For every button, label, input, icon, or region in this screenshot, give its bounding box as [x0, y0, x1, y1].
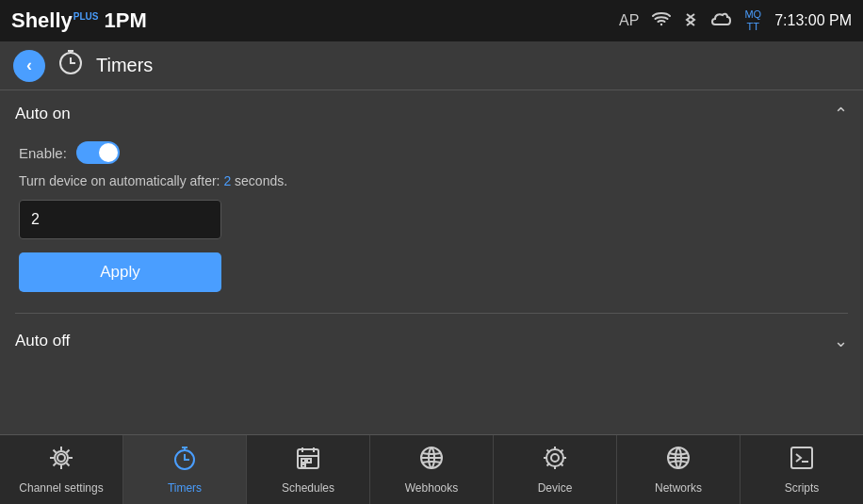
description-value: 2	[223, 173, 231, 188]
networks-icon	[665, 445, 692, 478]
svg-point-4	[57, 454, 65, 462]
header-row: ‹ Timers	[0, 41, 863, 90]
webhooks-icon	[418, 445, 445, 478]
auto-off-chevron-icon: ⌄	[834, 331, 848, 351]
nav-label-schedules: Schedules	[282, 481, 334, 495]
logo: ShellyPLUS 1PM	[11, 8, 147, 33]
enable-toggle[interactable]	[76, 141, 120, 164]
device-icon	[542, 445, 568, 478]
schedules-icon	[295, 445, 321, 478]
nav-item-schedules[interactable]: Schedules	[247, 435, 370, 504]
auto-on-title: Auto on	[15, 105, 71, 123]
logo-text: ShellyPLUS 1PM	[11, 8, 147, 33]
enable-label: Enable:	[19, 145, 67, 161]
auto-on-section-header[interactable]: Auto on ⌃	[15, 90, 848, 134]
svg-rect-14	[307, 459, 311, 463]
top-bar: ShellyPLUS 1PM AP MQ TT 7:13:00 PM	[0, 0, 863, 41]
bluetooth-icon	[684, 10, 697, 31]
nav-item-device[interactable]: Device	[494, 435, 617, 504]
nav-label-webhooks: Webhooks	[405, 481, 458, 495]
toggle-thumb	[99, 143, 118, 162]
timers-nav-icon	[171, 445, 198, 478]
wifi-icon	[652, 11, 671, 30]
clock-time: 7:13:00 PM	[774, 12, 852, 29]
nav-label-networks: Networks	[655, 481, 702, 495]
bottom-nav: Channel settings Timers S	[0, 434, 863, 504]
svg-rect-15	[301, 464, 305, 467]
apply-button[interactable]: Apply	[19, 252, 221, 292]
cloud-icon	[710, 12, 731, 29]
seconds-input[interactable]	[19, 200, 221, 239]
nav-item-timers[interactable]: Timers	[123, 435, 247, 504]
nav-item-channel-settings[interactable]: Channel settings	[0, 435, 123, 504]
nav-item-scripts[interactable]: Scripts	[741, 435, 863, 504]
nav-item-webhooks[interactable]: Webhooks	[370, 435, 494, 504]
svg-point-19	[546, 449, 563, 466]
svg-rect-13	[301, 459, 305, 463]
nav-item-networks[interactable]: Networks	[617, 435, 741, 504]
description-prefix: Turn device on automatically after:	[19, 173, 223, 188]
nav-label-device: Device	[538, 481, 573, 495]
nav-label-scripts: Scripts	[785, 481, 820, 495]
svg-point-0	[660, 24, 662, 25]
main-content: Auto on ⌃ Enable: Turn device on automat…	[0, 90, 863, 434]
section-divider	[15, 313, 848, 314]
auto-off-title: Auto off	[15, 332, 70, 350]
auto-on-description: Turn device on automatically after: 2 se…	[19, 173, 844, 188]
svg-point-18	[551, 454, 559, 462]
auto-off-section-header[interactable]: Auto off ⌄	[15, 317, 848, 361]
back-button[interactable]: ‹	[13, 50, 45, 82]
ap-label: AP	[619, 12, 639, 29]
page-title: Timers	[96, 55, 153, 76]
scripts-icon	[789, 445, 815, 478]
nav-label-channel-settings: Channel settings	[19, 481, 103, 495]
enable-row: Enable:	[19, 141, 844, 164]
description-suffix: seconds.	[231, 173, 287, 188]
auto-on-chevron-icon: ⌃	[834, 104, 848, 124]
nav-label-timers: Timers	[168, 481, 202, 495]
top-bar-icons: AP MQ TT 7:13:00 PM	[619, 8, 852, 33]
mqtt-label: MQ TT	[744, 8, 761, 33]
timers-icon	[57, 48, 85, 83]
channel-settings-icon	[48, 445, 74, 478]
auto-on-body: Enable: Turn device on automatically aft…	[15, 134, 848, 309]
